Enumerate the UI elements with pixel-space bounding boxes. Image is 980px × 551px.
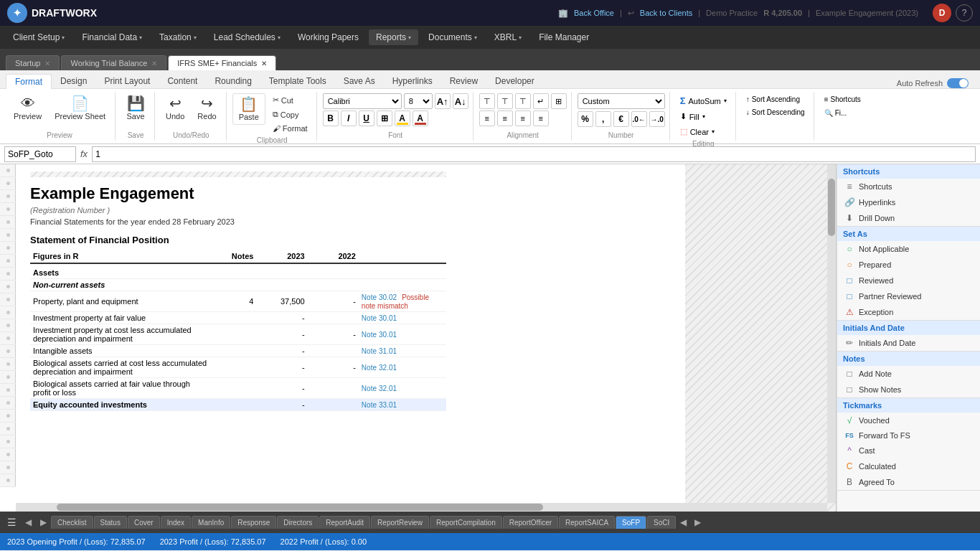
formula-input[interactable] — [92, 146, 976, 162]
redo-button[interactable]: ↪ Redo — [192, 93, 221, 123]
tab-content[interactable]: Content — [159, 74, 206, 88]
find-ind-button[interactable]: 🔍 Fi... — [820, 107, 865, 119]
border-button[interactable]: ⊞ — [377, 110, 392, 126]
increase-font-button[interactable]: A↑ — [435, 93, 451, 109]
tab-developer[interactable]: Developer — [486, 74, 543, 88]
align-justify-button[interactable]: ≡ — [533, 110, 549, 126]
menu-file-manager[interactable]: File Manager — [532, 29, 596, 45]
fill-button[interactable]: ⬇ Fill ▾ — [676, 110, 731, 123]
menu-working-papers[interactable]: Working Papers — [291, 29, 366, 45]
row-num[interactable] — [0, 332, 16, 345]
increase-decimal-button[interactable]: →.0 — [649, 111, 665, 127]
preview-sheet-button[interactable]: 📄 Preview Sheet — [50, 93, 110, 123]
hamburger-icon[interactable]: ☰ — [3, 515, 21, 529]
row-num[interactable] — [0, 474, 16, 487]
note-link[interactable]: 30.01 — [379, 331, 397, 339]
panel-item-add-note[interactable]: □ Add Note — [837, 366, 980, 382]
underline-button[interactable]: U — [359, 110, 374, 126]
cut-button[interactable]: ✂ Cut — [268, 93, 312, 107]
row-num[interactable] — [0, 371, 16, 384]
italic-button[interactable]: I — [341, 110, 357, 126]
row-num[interactable] — [0, 448, 16, 461]
menu-taxation[interactable]: Taxation ▾ — [152, 29, 204, 45]
bold-button[interactable]: B — [323, 110, 339, 126]
panel-item-shortcuts[interactable]: ≡ Shortcuts — [837, 179, 980, 194]
close-icon[interactable]: ✕ — [151, 60, 157, 67]
note-link[interactable]: 30.02 — [379, 293, 397, 301]
auto-refresh-toggle[interactable] — [947, 78, 969, 88]
back-office-link[interactable]: Back Office — [574, 9, 614, 17]
row-num[interactable] — [0, 397, 16, 410]
next-tab-arrow-right[interactable]: ▶ — [691, 515, 705, 529]
row-num[interactable] — [0, 216, 16, 229]
font-family-select[interactable]: Calibri — [323, 93, 402, 109]
save-button[interactable]: 💾 Save — [121, 93, 150, 123]
scroll-thumb[interactable] — [828, 179, 835, 236]
menu-xbrl[interactable]: XBRL ▾ — [487, 29, 529, 45]
shortcuts-ind-button[interactable]: ≡ Shortcuts — [820, 93, 865, 105]
panel-item-reviewed[interactable]: □ Reviewed — [837, 273, 980, 288]
row-num[interactable] — [0, 319, 16, 332]
bottom-tab-report-saica[interactable]: ReportSAICA — [559, 516, 615, 529]
vertical-scrollbar[interactable] — [827, 164, 836, 503]
row-num[interactable] — [0, 242, 16, 255]
panel-item-agreed-to[interactable]: B Agreed To — [837, 474, 980, 490]
panel-section-header-shortcuts[interactable]: Shortcuts — [837, 164, 980, 179]
note-link[interactable]: Note — [362, 385, 377, 392]
help-icon[interactable]: ? — [956, 4, 973, 22]
panel-item-partner-reviewed[interactable]: □ Partner Reviewed — [837, 288, 980, 304]
panel-item-vouched[interactable]: √ Vouched — [837, 413, 980, 428]
sort-ascending-button[interactable]: ↑ Sort Ascending — [742, 93, 809, 105]
panel-item-show-notes[interactable]: □ Show Notes — [837, 382, 980, 397]
note-link[interactable]: Note — [362, 347, 377, 355]
panel-section-header-set-as[interactable]: Set As — [837, 227, 980, 241]
prev-tab-arrow-right[interactable]: ◀ — [677, 515, 690, 529]
panel-item-hyperlinks[interactable]: 🔗 Hyperlinks — [837, 194, 980, 210]
bottom-tab-maninfo[interactable]: ManInfo — [192, 516, 230, 529]
panel-section-header-tickmarks[interactable]: Tickmarks — [837, 398, 980, 413]
number-format-select[interactable]: Custom — [578, 93, 665, 109]
align-top-left-button[interactable]: ⊤ — [479, 93, 495, 109]
preview-button[interactable]: 👁 Preview — [9, 93, 47, 123]
tab-rounding[interactable]: Rounding — [206, 74, 260, 88]
font-size-select[interactable]: 8 — [404, 93, 433, 109]
bottom-tab-response[interactable]: Response — [231, 516, 276, 529]
scroll-thumb[interactable] — [57, 504, 544, 511]
bottom-tab-status[interactable]: Status — [94, 516, 127, 529]
menu-client-setup[interactable]: Client Setup ▾ — [6, 29, 72, 45]
autosum-button[interactable]: Σ AutoSum ▾ — [676, 93, 731, 108]
bottom-tab-checklist[interactable]: Checklist — [51, 516, 93, 529]
align-top-right-button[interactable]: ⊤ — [515, 93, 531, 109]
sort-descending-button[interactable]: ↓ Sort Descending — [742, 106, 809, 118]
tab-save-as[interactable]: Save As — [335, 74, 384, 88]
align-left-button[interactable]: ≡ — [479, 110, 495, 126]
tab-format[interactable]: Format — [6, 74, 52, 89]
panel-item-not-applicable[interactable]: ○ Not Applicable — [837, 241, 980, 257]
decrease-font-button[interactable]: A↓ — [453, 93, 468, 109]
row-num[interactable] — [0, 384, 16, 397]
align-right-button[interactable]: ≡ — [515, 110, 531, 126]
row-num[interactable] — [0, 435, 16, 448]
align-top-center-button[interactable]: ⊤ — [497, 93, 513, 109]
row-num[interactable] — [0, 164, 16, 177]
row-num[interactable] — [0, 423, 16, 435]
note-link[interactable]: 33.01 — [379, 401, 397, 409]
clear-button[interactable]: ⬚ Clear ▾ — [676, 125, 731, 138]
panel-item-exception[interactable]: ⚠ Exception — [837, 304, 980, 320]
bottom-tab-report-compilation[interactable]: ReportCompilation — [430, 516, 502, 529]
bottom-tab-cover[interactable]: Cover — [128, 516, 160, 529]
note-link[interactable]: Note — [362, 401, 377, 409]
note-link[interactable]: 32.01 — [379, 364, 397, 372]
close-icon[interactable]: ✕ — [261, 60, 267, 67]
horizontal-scrollbar[interactable] — [16, 503, 827, 512]
note-link[interactable]: 30.01 — [379, 314, 397, 322]
note-link[interactable]: Note — [362, 293, 377, 301]
menu-financial-data[interactable]: Financial Data ▾ — [75, 29, 149, 45]
fill-color-button[interactable]: A — [395, 110, 410, 126]
prev-tab-arrow[interactable]: ◀ — [22, 515, 35, 529]
panel-item-drill-down[interactable]: ⬇ Drill Down — [837, 210, 980, 226]
row-num[interactable] — [0, 410, 16, 423]
panel-section-header-notes[interactable]: Notes — [837, 352, 980, 366]
panel-item-prepared[interactable]: ○ Prepared — [837, 257, 980, 273]
row-num[interactable] — [0, 281, 16, 293]
